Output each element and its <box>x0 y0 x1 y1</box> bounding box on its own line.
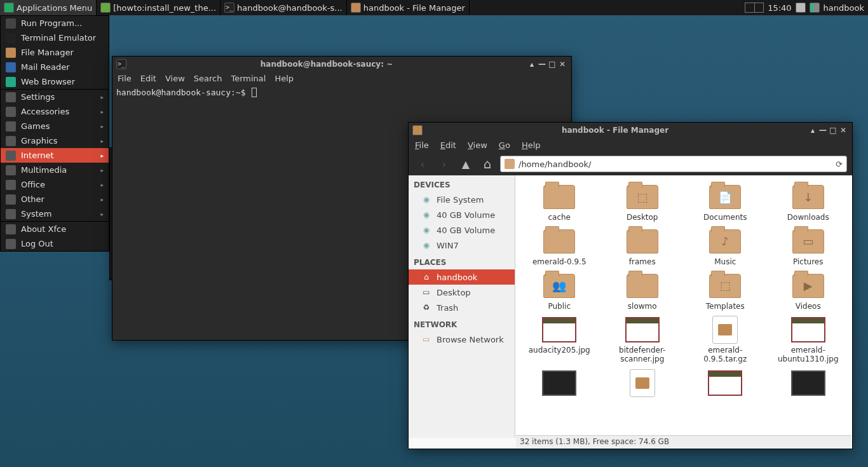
file-item[interactable]: ⬚Templates <box>684 271 767 313</box>
window-close-icon[interactable]: ✕ <box>557 60 567 69</box>
appmenu-item[interactable]: Web Browser <box>1 74 109 89</box>
file-label: slowmo <box>628 302 657 311</box>
file-manager-menu-item[interactable]: Edit <box>440 140 456 150</box>
file-item[interactable]: emerald-ubuntu1310.jpg <box>767 315 850 365</box>
window-maximize-icon[interactable]: □ <box>547 60 557 69</box>
file-item[interactable]: ▶Videos <box>767 271 850 313</box>
archive-icon <box>630 369 655 397</box>
sidebar-place-item[interactable]: ⌂handbook <box>409 269 515 285</box>
sidebar-place-item[interactable]: ▭Desktop <box>409 285 515 300</box>
appmenu-category[interactable]: Graphics▸ <box>1 133 109 148</box>
top-panel: Applications Menu [howto:install_new_the… <box>0 0 868 15</box>
clock[interactable]: 15:40 <box>768 3 791 13</box>
terminal-menu-item[interactable]: Help <box>275 74 294 83</box>
appmenu-item[interactable]: Terminal Emulator <box>1 30 109 45</box>
file-manager-menu-item[interactable]: File <box>415 140 429 150</box>
appmenu-item[interactable]: Mail Reader <box>1 60 109 74</box>
folder-icon <box>543 229 575 254</box>
file-manager-titlebar[interactable]: handbook - File Manager ▴ — □ ✕ <box>409 123 852 138</box>
window-roll-icon[interactable]: ▴ <box>527 60 537 69</box>
file-item[interactable]: ♪Music <box>684 226 767 268</box>
terminal-menu-item[interactable]: File <box>118 74 132 83</box>
sidebar-device-item[interactable]: ◉WIN7 <box>409 238 515 253</box>
file-item[interactable]: ↓Downloads <box>767 182 850 224</box>
file-manager-menu-item[interactable]: Go <box>499 140 510 150</box>
appmenu-item[interactable]: Run Program... <box>1 16 109 30</box>
nav-home-button[interactable]: ⌂ <box>478 155 496 173</box>
file-label: Templates <box>706 302 745 311</box>
file-manager-menu-item[interactable]: View <box>468 140 487 150</box>
taskbar-item-filemanager[interactable]: handbook - File Manager <box>347 0 470 15</box>
sidebar-place-item[interactable]: ♻Trash <box>409 300 515 315</box>
location-bar[interactable]: /home/handbook/ ⟳ <box>500 156 847 172</box>
terminal-menu-item[interactable]: View <box>165 74 185 83</box>
taskbar-item-terminal[interactable]: >_ handbook@handbook-s... <box>220 0 347 15</box>
image-thumbnail-icon <box>708 370 742 396</box>
file-manager-sidebar: DEVICES ◉File System◉40 GB Volume◉40 GB … <box>409 175 515 438</box>
sidebar-device-item[interactable]: ◉40 GB Volume <box>409 207 515 222</box>
window-maximize-icon[interactable]: □ <box>828 126 838 135</box>
file-item[interactable]: emerald-0.9.5 <box>518 226 601 268</box>
file-item[interactable] <box>684 368 767 401</box>
file-item[interactable]: 📄Documents <box>684 182 767 224</box>
appmenu-category[interactable]: Accessories▸ <box>1 104 109 119</box>
image-thumbnail-icon <box>791 317 825 342</box>
applications-menu-button[interactable]: Applications Menu <box>0 0 97 15</box>
folder-icon: ♪ <box>709 229 741 254</box>
file-item[interactable]: frames <box>601 226 684 268</box>
appmenu-category[interactable]: Internet▸ <box>1 148 109 163</box>
nav-forward-button[interactable]: › <box>435 155 453 173</box>
sidebar-network-item[interactable]: ▭Browse Network <box>409 332 515 347</box>
window-minimize-icon[interactable]: — <box>818 126 828 135</box>
network-indicator-icon[interactable] <box>810 3 820 13</box>
file-manager-iconview[interactable]: cache⬚Desktop📄Documents↓Downloadsemerald… <box>515 175 852 438</box>
terminal-menu-item[interactable]: Search <box>194 74 222 83</box>
appmenu-category[interactable]: System▸ <box>1 206 109 221</box>
window-minimize-icon[interactable]: — <box>537 60 547 69</box>
file-item[interactable]: ⬚Desktop <box>601 182 684 224</box>
file-item[interactable]: audacity205.jpg <box>518 315 601 365</box>
taskbar-item-browser[interactable]: [howto:install_new_the... <box>97 0 220 15</box>
chevron-right-icon: ▸ <box>100 152 104 159</box>
nav-back-button[interactable]: ‹ <box>414 155 431 173</box>
category-icon <box>6 165 16 175</box>
appmenu-item[interactable]: File Manager <box>1 45 109 60</box>
user-name[interactable]: handbook <box>824 3 864 13</box>
file-manager-title-icon <box>412 125 423 135</box>
file-item[interactable]: bitdefender-scanner.jpg <box>601 315 684 365</box>
sidebar-device-item[interactable]: ◉40 GB Volume <box>409 222 515 238</box>
sidebar-device-item[interactable]: ◉File System <box>409 192 515 207</box>
file-manager-menu-item[interactable]: Help <box>522 140 541 150</box>
window-roll-icon[interactable]: ▴ <box>808 126 818 135</box>
file-item[interactable] <box>518 368 601 401</box>
workspace-switcher[interactable] <box>745 3 764 13</box>
folder-icon: 👥 <box>543 274 575 298</box>
appmenu-category[interactable]: Games▸ <box>1 119 109 133</box>
chevron-right-icon: ▸ <box>100 138 104 144</box>
terminal-menu-item[interactable]: Terminal <box>231 74 266 83</box>
file-item[interactable]: cache <box>518 182 601 224</box>
applications-menu-label: Applications Menu <box>17 3 92 13</box>
appmenu-category[interactable]: Settings▸ <box>1 90 109 104</box>
appmenu-category[interactable]: Multimedia▸ <box>1 163 109 177</box>
category-icon <box>6 180 16 190</box>
refresh-icon[interactable]: ⟳ <box>836 159 843 169</box>
file-manager-window: handbook - File Manager ▴ — □ ✕ FileEdit… <box>408 122 853 449</box>
file-item[interactable]: slowmo <box>601 271 684 313</box>
file-item[interactable]: ▭Pictures <box>767 226 850 268</box>
file-item[interactable] <box>601 368 684 401</box>
file-item[interactable]: 👥Public <box>518 271 601 313</box>
keyboard-indicator-icon[interactable] <box>796 3 806 13</box>
file-item[interactable] <box>767 368 850 401</box>
sidebar-devices-header: DEVICES <box>409 175 515 192</box>
appmenu-category[interactable]: Office▸ <box>1 177 109 192</box>
chevron-right-icon: ▸ <box>100 123 104 130</box>
nav-up-button[interactable]: ▲ <box>457 155 475 173</box>
file-item[interactable]: emerald-0.9.5.tar.gz <box>684 315 767 365</box>
appmenu-footer-item[interactable]: About Xfce <box>1 222 109 236</box>
window-close-icon[interactable]: ✕ <box>838 126 848 135</box>
terminal-menu-item[interactable]: Edit <box>140 74 156 83</box>
terminal-titlebar[interactable]: >_ handbook@handbook-saucy: ~ ▴ — □ ✕ <box>112 57 571 72</box>
appmenu-footer-item[interactable]: Log Out <box>1 236 109 251</box>
appmenu-category[interactable]: Other▸ <box>1 192 109 206</box>
